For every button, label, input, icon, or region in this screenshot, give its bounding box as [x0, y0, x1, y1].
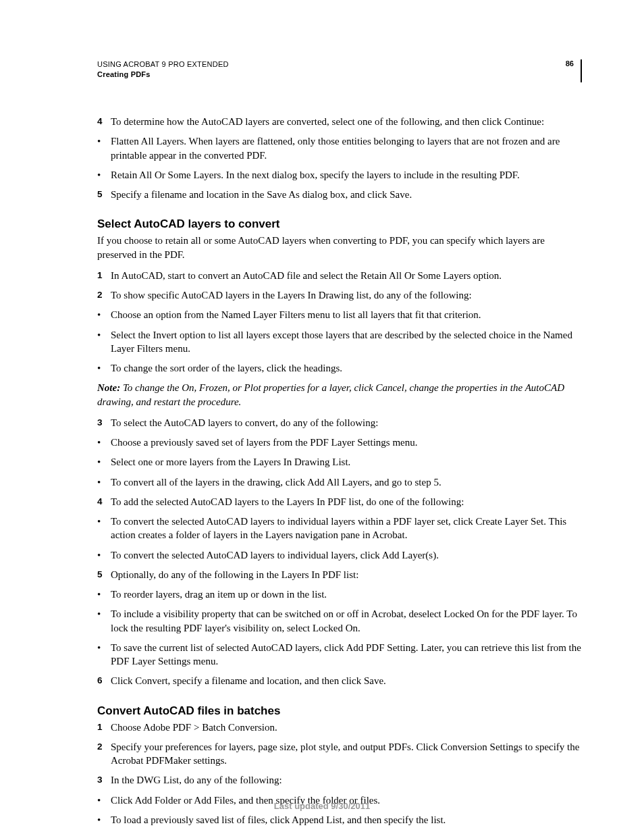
- bullet-text: Select one or more layers from the Layer…: [111, 455, 582, 469]
- select-list: 1 In AutoCAD, start to convert an AutoCA…: [97, 269, 582, 375]
- list-item: • Choose an option from the Named Layer …: [97, 308, 582, 321]
- step-marker: 1: [97, 269, 111, 282]
- section-heading-select: Select AutoCAD layers to convert: [97, 217, 582, 231]
- section-intro: If you choose to retain all or some Auto…: [97, 234, 582, 261]
- bullet-text: To load a previously saved list of files…: [111, 813, 582, 827]
- document-page: USING ACROBAT 9 PRO EXTENDED Creating PD…: [0, 0, 644, 834]
- note-text: To change the On, Frozen, or Plot proper…: [97, 382, 564, 407]
- step-text: Optionally, do any of the following in t…: [111, 568, 582, 581]
- note: Note: To change the On, Frozen, or Plot …: [97, 381, 582, 409]
- bullet-marker: •: [97, 308, 111, 321]
- step-text: Specify a filename and location in the S…: [111, 188, 582, 201]
- list-item: 2 To show specific AutoCAD layers in the…: [97, 288, 582, 302]
- step-marker: 3: [97, 416, 111, 429]
- step-text: Choose Adobe PDF > Batch Conversion.: [111, 721, 582, 734]
- header-left: USING ACROBAT 9 PRO EXTENDED Creating PD…: [97, 59, 229, 80]
- header-right: 86: [566, 59, 582, 82]
- list-item: 2 Specify your preferences for layers, p…: [97, 740, 582, 768]
- list-item: • Choose a previously saved set of layer…: [97, 436, 582, 449]
- step-text: Click Convert, specify a filename and lo…: [111, 674, 582, 687]
- step-marker: 2: [97, 740, 111, 768]
- step-marker: 6: [97, 674, 111, 687]
- list-item: • Select one or more layers from the Lay…: [97, 455, 582, 469]
- list-item: • To include a visibility property that …: [97, 607, 582, 635]
- list-item: 3 In the DWG List, do any of the followi…: [97, 773, 582, 787]
- bullet-text: To convert all of the layers in the draw…: [111, 475, 582, 489]
- bullet-marker: •: [97, 475, 111, 489]
- step-marker: 5: [97, 568, 111, 581]
- bullet-text: Select the Invert option to list all lay…: [111, 328, 582, 356]
- page-footer: Last updated 9/30/2011: [0, 801, 644, 811]
- list-item: • To convert the selected AutoCAD layers…: [97, 515, 582, 542]
- bullet-marker: •: [97, 607, 111, 635]
- doc-title: USING ACROBAT 9 PRO EXTENDED: [97, 59, 229, 70]
- bullet-marker: •: [97, 548, 111, 562]
- list-item: • To reorder layers, drag an item up or …: [97, 588, 582, 601]
- section-heading-batch: Convert AutoCAD files in batches: [97, 704, 582, 718]
- select-list-2: 3 To select the AutoCAD layers to conver…: [97, 416, 582, 688]
- list-item: 1 Choose Adobe PDF > Batch Conversion.: [97, 721, 582, 734]
- list-item: 6 Click Convert, specify a filename and …: [97, 674, 582, 687]
- list-item: • Select the Invert option to list all l…: [97, 328, 582, 356]
- bullet-text: Choose a previously saved set of layers …: [111, 436, 582, 449]
- bullet-text: To reorder layers, drag an item up or do…: [111, 588, 582, 601]
- list-item: • To convert the selected AutoCAD layers…: [97, 548, 582, 562]
- bullet-text: Flatten All Layers. When layers are flat…: [111, 134, 582, 162]
- step-marker: 3: [97, 773, 111, 787]
- list-item: 1 In AutoCAD, start to convert an AutoCA…: [97, 269, 582, 282]
- list-item: 3 To select the AutoCAD layers to conver…: [97, 416, 582, 429]
- step-text: In AutoCAD, start to convert an AutoCAD …: [111, 269, 582, 282]
- step-text: To determine how the AutoCAD layers are …: [111, 115, 582, 128]
- step-marker: 5: [97, 188, 111, 201]
- header-divider: [581, 59, 582, 82]
- step-marker: 1: [97, 721, 111, 734]
- list-item: • Flatten All Layers. When layers are fl…: [97, 134, 582, 162]
- step-text: To add the selected AutoCAD layers to th…: [111, 495, 582, 509]
- step-marker: 2: [97, 288, 111, 302]
- bullet-marker: •: [97, 515, 111, 542]
- bullet-text: Retain All Or Some Layers. In the next d…: [111, 168, 582, 182]
- bullet-text: To save the current list of selected Aut…: [111, 641, 582, 669]
- bullet-text: To convert the selected AutoCAD layers t…: [111, 548, 582, 562]
- step-text: In the DWG List, do any of the following…: [111, 773, 582, 787]
- list-item: 4 To determine how the AutoCAD layers ar…: [97, 115, 582, 128]
- list-item: 5 Optionally, do any of the following in…: [97, 568, 582, 581]
- step-marker: 4: [97, 495, 111, 509]
- step-text: To show specific AutoCAD layers in the L…: [111, 288, 582, 302]
- note-label: Note:: [97, 382, 120, 393]
- list-item: 4 To add the selected AutoCAD layers to …: [97, 495, 582, 509]
- bullet-marker: •: [97, 813, 111, 827]
- step-marker: 4: [97, 115, 111, 128]
- continuation-list: 4 To determine how the AutoCAD layers ar…: [97, 115, 582, 201]
- bullet-marker: •: [97, 588, 111, 601]
- bullet-marker: •: [97, 134, 111, 162]
- bullet-marker: •: [97, 436, 111, 449]
- step-text: Specify your preferences for layers, pag…: [111, 740, 582, 768]
- list-item: • To save the current list of selected A…: [97, 641, 582, 669]
- bullet-marker: •: [97, 168, 111, 182]
- list-item: 5 Specify a filename and location in the…: [97, 188, 582, 201]
- bullet-text: Choose an option from the Named Layer Fi…: [111, 308, 582, 321]
- doc-section: Creating PDFs: [97, 70, 229, 80]
- list-item: • To convert all of the layers in the dr…: [97, 475, 582, 489]
- step-text: To select the AutoCAD layers to convert,…: [111, 416, 582, 429]
- bullet-text: To change the sort order of the layers, …: [111, 361, 582, 375]
- page-number: 86: [566, 59, 574, 68]
- bullet-text: To convert the selected AutoCAD layers t…: [111, 515, 582, 542]
- list-item: • To load a previously saved list of fil…: [97, 813, 582, 827]
- bullet-marker: •: [97, 641, 111, 669]
- bullet-text: To include a visibility property that ca…: [111, 607, 582, 635]
- page-header: USING ACROBAT 9 PRO EXTENDED Creating PD…: [97, 59, 582, 82]
- bullet-marker: •: [97, 361, 111, 375]
- list-item: • Retain All Or Some Layers. In the next…: [97, 168, 582, 182]
- list-item: • To change the sort order of the layers…: [97, 361, 582, 375]
- bullet-marker: •: [97, 455, 111, 469]
- bullet-marker: •: [97, 328, 111, 356]
